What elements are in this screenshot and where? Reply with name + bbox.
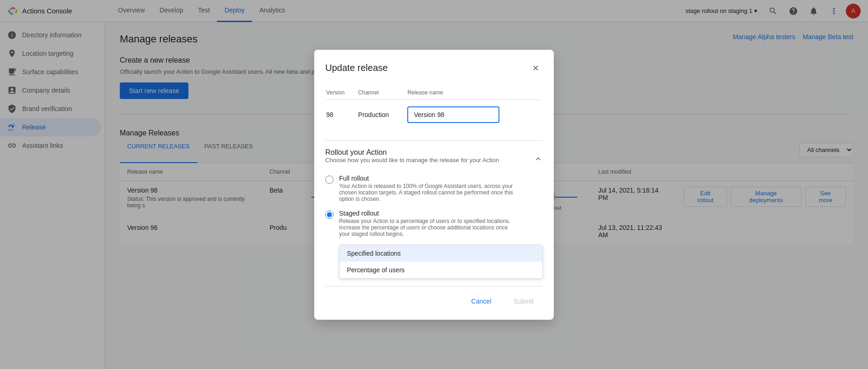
- dropdown-item-locations[interactable]: Specified locations: [340, 245, 542, 262]
- staged-rollout-content: Staged rollout Release your Action to a …: [339, 210, 514, 237]
- full-rollout-radio[interactable]: [325, 176, 334, 184]
- dialog-col-version: Version: [326, 88, 357, 100]
- dialog-footer: Cancel Submit: [325, 286, 543, 309]
- dialog-table-header: Version Channel Release name: [326, 88, 542, 100]
- dialog-close-button[interactable]: ✕: [528, 61, 543, 76]
- full-rollout-option: Full rollout Your Action is released to …: [325, 175, 543, 202]
- staged-rollout-option: Staged rollout Release your Action to a …: [325, 210, 543, 237]
- dropdown-item-percentage[interactable]: Percentage of users: [340, 262, 542, 278]
- dialog-title: Update release: [325, 63, 388, 73]
- dialog-col-release-name: Release name: [407, 88, 542, 100]
- full-rollout-desc: Your Action is released to 100% of Googl…: [339, 183, 514, 202]
- staged-rollout-radio[interactable]: [325, 211, 334, 219]
- rollout-section: Rollout your Action Choose how you would…: [325, 141, 543, 279]
- rollout-desc: Choose how you would like to manage the …: [325, 157, 499, 164]
- dialog-header: Update release ✕: [325, 61, 543, 76]
- full-rollout-label: Full rollout: [339, 175, 514, 182]
- dialog-channel: Production: [358, 101, 406, 129]
- dialog-release-name-cell: [407, 101, 542, 129]
- dialog-version: 98: [326, 101, 357, 129]
- staged-rollout-desc: Release your Action to a percentage of u…: [339, 218, 514, 237]
- update-release-dialog: Update release ✕ Version Channel Release…: [314, 50, 554, 320]
- dialog-release-table: Version Channel Release name 98 Producti…: [325, 87, 543, 129]
- staged-rollout-label: Staged rollout: [339, 210, 514, 217]
- dialog-table-row: 98 Production: [326, 101, 542, 129]
- rollout-header-text: Rollout your Action Choose how you would…: [325, 148, 499, 171]
- rollout-title: Rollout your Action: [325, 148, 499, 157]
- rollout-dropdown: Specified locations Percentage of users: [339, 245, 543, 279]
- cancel-button[interactable]: Cancel: [462, 294, 501, 309]
- submit-button[interactable]: Submit: [504, 294, 543, 309]
- modal-overlay: Update release ✕ Version Channel Release…: [0, 0, 868, 369]
- full-rollout-content: Full rollout Your Action is released to …: [339, 175, 514, 202]
- rollout-header: Rollout your Action Choose how you would…: [325, 141, 543, 175]
- release-name-input[interactable]: [407, 106, 499, 123]
- chevron-up-icon[interactable]: [534, 154, 543, 165]
- dialog-table-body: 98 Production: [326, 101, 542, 129]
- dialog-col-channel: Channel: [358, 88, 406, 100]
